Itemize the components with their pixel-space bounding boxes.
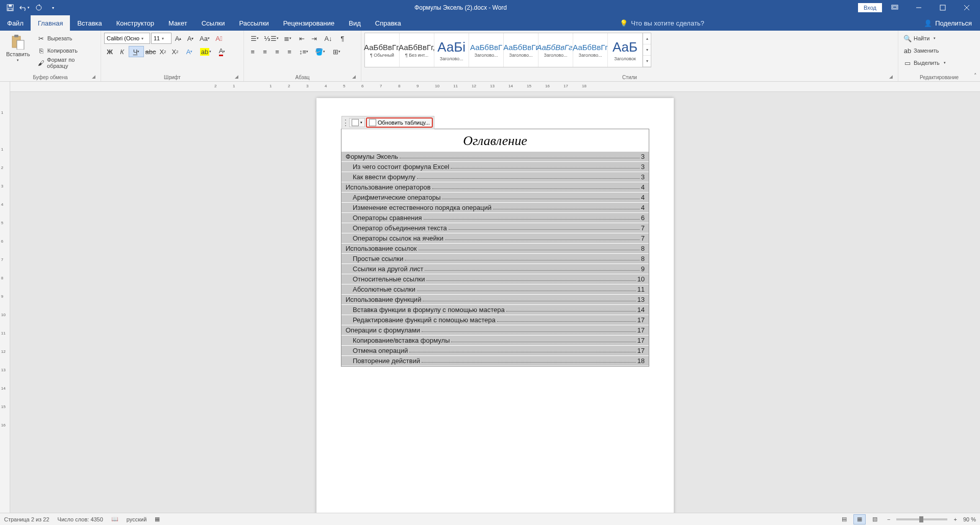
style-item[interactable]: АаБЗаголовок [608, 33, 643, 67]
display-mode-button[interactable] [883, 0, 906, 15]
status-word-count[interactable]: Число слов: 4350 [58, 516, 103, 522]
text-effects-button[interactable]: A▾ [182, 46, 197, 57]
clear-formatting-button[interactable]: A⃥ [213, 33, 225, 44]
paste-button[interactable]: Вставить ▾ [3, 33, 33, 63]
multilevel-button[interactable]: ≣▾ [280, 33, 295, 44]
styles-more-button[interactable]: ▴▾▾ [643, 33, 651, 67]
increase-indent-button[interactable]: ⇥ [308, 33, 320, 44]
toc-drag-handle[interactable]: ⋮ [343, 118, 348, 128]
align-left-button[interactable]: ≡ [247, 46, 258, 57]
show-marks-button[interactable]: ¶ [337, 33, 348, 44]
toc-entry[interactable]: Операции с формулами17 [341, 325, 649, 336]
qat-customize[interactable]: ▾ [47, 2, 59, 14]
font-color-button[interactable]: A▾ [214, 46, 230, 57]
tab-вставка[interactable]: Вставка [70, 15, 109, 31]
change-case-button[interactable]: Aa▾ [197, 33, 212, 44]
bold-button[interactable]: Ж [104, 46, 115, 57]
copy-button[interactable]: ⎘Копировать [35, 45, 97, 56]
zoom-value[interactable]: 90 % [963, 516, 976, 522]
style-item[interactable]: АаБбВвГг,Заголово... [538, 33, 573, 67]
status-macro-icon[interactable]: ▦ [155, 516, 160, 522]
tell-me-search[interactable]: 💡 Что вы хотите сделать? [614, 15, 710, 31]
styles-launcher[interactable]: ◢ [888, 74, 894, 80]
tab-файл[interactable]: Файл [0, 15, 31, 31]
print-layout-button[interactable]: ▦ [853, 514, 866, 524]
line-spacing-button[interactable]: ↕≡▾ [296, 46, 311, 57]
toc-entry[interactable]: Использование операторов 4 [341, 182, 649, 193]
save-button[interactable] [4, 2, 16, 14]
font-name-combo[interactable]: Calibri (Осно▾ [104, 33, 150, 44]
zoom-slider[interactable] [896, 518, 947, 520]
tab-конструктор[interactable]: Конструктор [109, 15, 161, 31]
toc-entry[interactable]: Вставка функции в формулу с помощью маст… [341, 305, 649, 315]
style-item[interactable]: АаБбВвГгЗаголово... [504, 33, 538, 67]
zoom-in-button[interactable]: + [950, 516, 960, 522]
status-language[interactable]: русский [127, 516, 146, 522]
borders-button[interactable]: ⊞▾ [329, 46, 344, 57]
toc-entry[interactable]: Ссылки на другой лист9 [341, 264, 649, 274]
superscript-button[interactable]: X2 [169, 46, 181, 57]
align-right-button[interactable]: ≡ [272, 46, 283, 57]
font-launcher[interactable]: ◢ [233, 74, 239, 80]
find-button[interactable]: 🔍Найти▾ [901, 33, 948, 44]
toc-entry[interactable]: Использование ссылок 8 [341, 244, 649, 254]
italic-button[interactable]: К [116, 46, 128, 57]
horizontal-ruler[interactable]: 21123456789101112131415161718 [10, 82, 980, 92]
tab-справка[interactable]: Справка [368, 15, 408, 31]
toc-entry[interactable]: Отмена операций17 [341, 346, 649, 356]
style-item[interactable]: АаБбВвГг,¶ Обычный [365, 33, 400, 67]
style-item[interactable]: АаБбВвГЗаголово... [469, 33, 504, 67]
shrink-font-button[interactable]: A▾ [185, 33, 196, 44]
shading-button[interactable]: 🪣▾ [312, 46, 328, 57]
sort-button[interactable]: A↓ [321, 33, 336, 44]
strikethrough-button[interactable]: abc [145, 46, 156, 57]
toc-entry[interactable]: Изменение естественного порядка операций… [341, 203, 649, 213]
minimize-button[interactable] [907, 0, 930, 15]
maximize-button[interactable] [931, 0, 954, 15]
font-size-combo[interactable]: 11▾ [151, 33, 172, 44]
replace-button[interactable]: abЗаменить [901, 45, 948, 56]
tab-рассылки[interactable]: Рассылки [232, 15, 276, 31]
style-item[interactable]: АаБіЗаголово... [434, 33, 469, 67]
undo-button[interactable]: ▾ [18, 2, 31, 14]
toc-entry[interactable]: Операторы сравнения 6 [341, 213, 649, 223]
toc-field[interactable]: ⋮ ▾ Обновить таблицу... Оглавление Форму… [341, 129, 649, 367]
share-button[interactable]: 👤 Поделиться [916, 15, 980, 31]
toc-entry[interactable]: Повторение действий 18 [341, 356, 649, 366]
toc-entry[interactable]: Из чего состоит формула Excel3 [341, 162, 649, 172]
decrease-indent-button[interactable]: ⇤ [296, 33, 307, 44]
collapse-ribbon-button[interactable]: ˄ [974, 73, 977, 79]
select-button[interactable]: ▭Выделить▾ [901, 57, 948, 68]
justify-button[interactable]: ≡ [284, 46, 295, 57]
bullets-button[interactable]: ☰▾ [247, 33, 262, 44]
read-mode-button[interactable]: ▤ [838, 514, 850, 524]
style-item[interactable]: АаБбВвГгЗаголово... [573, 33, 608, 67]
styles-gallery[interactable]: АаБбВвГг,¶ ОбычныйАаБбВвГг,¶ Без инт...А… [364, 33, 651, 67]
highlight-button[interactable]: ab▾ [198, 46, 213, 57]
toc-entry[interactable]: Операторы ссылок на ячейки7 [341, 233, 649, 244]
toc-entry[interactable]: Формулы Эксель 3 [341, 152, 649, 162]
numbering-button[interactable]: ⅓☰▾ [263, 33, 279, 44]
format-painter-button[interactable]: 🖌Формат по образцу [35, 57, 97, 68]
zoom-out-button[interactable]: − [884, 516, 893, 522]
subscript-button[interactable]: X2 [157, 46, 168, 57]
toc-entry[interactable]: Как ввести формулу 3 [341, 172, 649, 182]
tab-ссылки[interactable]: Ссылки [194, 15, 232, 31]
update-toc-button[interactable]: Обновить таблицу... [366, 117, 433, 128]
tab-макет[interactable]: Макет [161, 15, 194, 31]
tab-рецензирование[interactable]: Рецензирование [276, 15, 341, 31]
vertical-ruler[interactable]: 112345678910111213141516 [0, 82, 10, 513]
cut-button[interactable]: ✂Вырезать [35, 33, 97, 44]
document-page[interactable]: ⋮ ▾ Обновить таблицу... Оглавление Форму… [316, 98, 674, 513]
login-button[interactable]: Вход [858, 3, 882, 12]
toc-options-button[interactable]: ▾ [349, 118, 365, 127]
status-spellcheck-icon[interactable]: 📖 [111, 516, 118, 522]
toc-entry[interactable]: Использование функций 13 [341, 295, 649, 305]
toc-entry[interactable]: Простые ссылки8 [341, 254, 649, 264]
paragraph-launcher[interactable]: ◢ [351, 74, 357, 80]
web-layout-button[interactable]: ▧ [869, 514, 881, 524]
close-button[interactable] [955, 0, 978, 15]
redo-button[interactable] [33, 2, 45, 14]
grow-font-button[interactable]: A▴ [173, 33, 184, 44]
underline-button[interactable]: Ч▾ [129, 46, 144, 57]
